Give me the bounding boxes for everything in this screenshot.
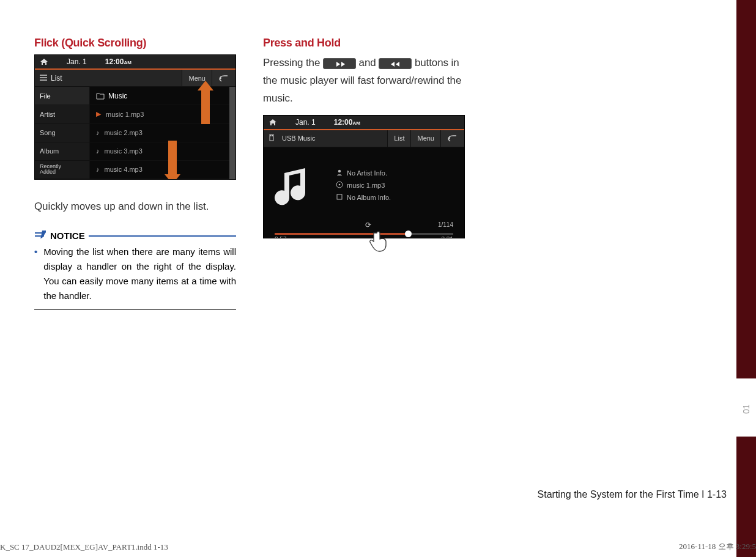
menu-button[interactable]: Menu — [410, 130, 440, 147]
press-hold-body: Pressing the and buttons in the music pl… — [263, 54, 465, 108]
svg-rect-2 — [272, 135, 273, 136]
press-hold-heading: Press and Hold — [263, 37, 465, 50]
sidebar-tab-song[interactable]: Song — [35, 124, 90, 142]
notice-label: NOTICE — [50, 231, 85, 241]
track-list[interactable]: Music ▶music 1.mp3 ♪music 2.mp3 ♪music 3… — [90, 87, 235, 179]
person-icon — [336, 169, 343, 177]
svg-rect-1 — [270, 135, 272, 136]
back-button[interactable] — [212, 70, 235, 86]
flick-screenshot: Jan. 1 12:00AM List Menu File Artist Son… — [34, 54, 236, 180]
home-icon — [269, 119, 277, 126]
title-bar: USB Music List Menu — [264, 130, 464, 147]
svg-rect-0 — [270, 135, 273, 141]
forward-icon — [379, 58, 412, 69]
source-file-label: K_SC 17_DAUD2[MEX_EG]AV_PART1.indd 1-13 — [0, 542, 168, 552]
note-icon: ♪ — [96, 147, 100, 155]
status-date: Jan. 1 — [295, 118, 316, 127]
note-icon: ♪ — [96, 129, 100, 136]
svg-point-5 — [339, 183, 341, 185]
press-hold-screenshot: Jan. 1 12:00AM USB Music List Menu — [263, 115, 465, 238]
category-sidebar: File Artist Song Album Recently Added — [35, 87, 90, 179]
flick-caption: Quickly moves up and down in the list. — [34, 198, 236, 216]
source-date-label: 2016-11-18 오후 3:29:5 — [679, 541, 756, 552]
loop-icon: ⟳ — [299, 221, 438, 229]
sidebar-tab-recent[interactable]: Recently Added — [35, 161, 90, 179]
back-button[interactable] — [440, 130, 464, 147]
status-time: 12:00AM — [334, 118, 360, 127]
sidebar-tab-album[interactable]: Album — [35, 142, 90, 161]
svg-point-3 — [338, 169, 341, 172]
flick-heading: Flick (Quick Scrolling) — [34, 37, 236, 50]
page-footer-label: Starting the System for the First Time I… — [538, 489, 727, 500]
list-item[interactable]: ▶music 1.mp3 — [90, 105, 235, 124]
album-icon — [336, 193, 343, 202]
rewind-icon — [323, 58, 356, 69]
titlebar-list-label: List — [51, 74, 62, 83]
list-item[interactable]: ♪music 2.mp3 — [90, 124, 235, 142]
elapsed-time: 2:57 — [275, 236, 286, 238]
disc-icon — [336, 181, 343, 190]
list-item[interactable]: ♪music 3.mp3 — [90, 142, 235, 161]
svg-rect-6 — [337, 194, 342, 199]
status-bar: Jan. 1 12:00AM — [264, 116, 464, 130]
list-button[interactable]: List — [387, 130, 410, 147]
folder-icon — [96, 92, 105, 100]
play-icon: ▶ — [96, 110, 101, 118]
track-info: No Artist Info. music 1.mp3 No Album Inf… — [324, 167, 453, 204]
source-label: USB Music — [282, 135, 315, 142]
notice-block: NOTICE •Moving the list when there are m… — [34, 229, 236, 310]
sidebar-tab-file[interactable]: File — [35, 87, 90, 105]
flick-down-arrow — [168, 141, 177, 176]
scroll-handle[interactable] — [229, 87, 235, 179]
list-item[interactable]: ♪music 4.mp3 — [90, 161, 235, 179]
chapter-number: 01 — [741, 404, 751, 414]
list-icon — [40, 75, 47, 82]
status-time: 12:00AM — [105, 57, 132, 66]
flick-up-arrow — [201, 89, 210, 124]
total-time: 3:31 — [442, 236, 453, 238]
track-counter: 1/114 — [438, 221, 453, 228]
chapter-tab: 01 — [736, 0, 756, 557]
progress-bar[interactable] — [275, 233, 453, 235]
status-bar: Jan. 1 12:00AM — [35, 55, 235, 70]
note-icon: ♪ — [96, 166, 100, 173]
notice-text: Moving the list when there are many item… — [43, 245, 236, 303]
progress-area: ⟳ 1/114 2:57 3:31 — [264, 219, 464, 238]
usb-icon — [269, 134, 275, 142]
pencil-icon — [34, 229, 46, 242]
home-icon — [40, 58, 48, 65]
status-date: Jan. 1 — [67, 57, 87, 66]
music-heading: Music — [90, 87, 235, 105]
album-art-placeholder — [275, 161, 324, 210]
sidebar-tab-artist[interactable]: Artist — [35, 105, 90, 124]
